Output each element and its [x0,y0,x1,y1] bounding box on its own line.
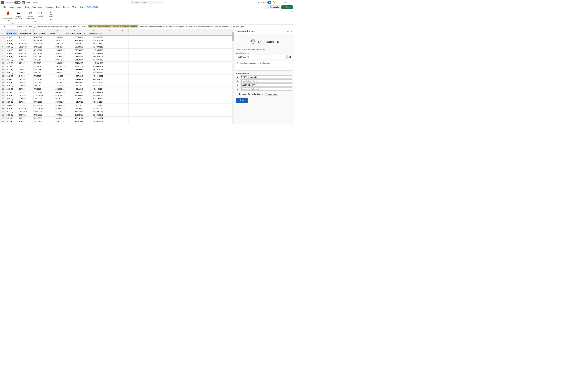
param-icon-4[interactable]: ⧉ [236,87,239,91]
grid-cell[interactable]: 2021-2Q [6,113,18,116]
grid-cell[interactable]: 9/30/2020 [18,107,34,110]
grid-cell[interactable]: 2017-3Q [6,65,18,68]
grid-cell[interactable]: 7/1/2015 [18,39,34,42]
grid-cell[interactable]: 2020-3Q [6,104,18,107]
grid-cell[interactable]: 234396.62 [65,78,84,81]
grid-cell[interactable] [116,58,128,61]
grid-cell[interactable]: 45.84462432 [84,65,104,68]
grid-cell[interactable]: 8333280.44 [49,110,65,113]
grid-cell[interactable]: 12503470.15 [49,58,65,61]
grid-cell[interactable]: 147518.79 [65,120,84,123]
grid-cell[interactable]: 2019-1Q [6,84,18,87]
grid-cell[interactable] [104,65,116,68]
grid-cell[interactable]: 8554170.67 [49,120,65,123]
refresh-function-btn[interactable]: ↺ [288,55,292,59]
grid-cell[interactable]: 6870804.75 [49,107,65,110]
grid-cell[interactable]: 2017-1Q [6,58,18,61]
row-header[interactable]: 7 [0,52,6,55]
panel-close-btn[interactable]: ✕ [290,30,292,33]
grid-cell[interactable]: 2021-4Q [6,120,18,123]
menu-home[interactable]: Home [7,5,15,9]
grid-cell[interactable] [116,52,128,55]
grid-cell[interactable]: 10/3/2018 [18,81,34,84]
menu-file[interactable]: File [1,5,7,9]
grid-cell[interactable]: 9/28/2016 [18,55,34,58]
grid-cell[interactable]: 1/1/2020 [18,97,34,100]
menu-formulas[interactable]: Formulas [44,5,55,9]
grid-cell[interactable]: 221132.3 [65,87,84,90]
param-icon-1[interactable]: ⧉ [236,75,239,79]
grid-cell[interactable]: 48.82109655 [84,97,104,100]
grid-cell[interactable]: 214922.28 [65,91,84,94]
row-header[interactable]: 29 [0,123,6,123]
grid-cell[interactable]: 46.35549729 [84,36,104,39]
grid-cell[interactable]: 211959.13 [65,94,84,97]
grid-cell[interactable] [116,75,128,78]
grid-cell[interactable] [104,39,116,42]
grid-cell[interactable]: 146668.86 [65,110,84,113]
save-button[interactable]: 💾 [22,1,25,4]
param-input-4[interactable] [240,87,292,90]
grid-cell[interactable] [116,78,128,81]
row-header[interactable]: 8 [0,55,6,58]
grid-cell[interactable]: 235720.12 [65,81,84,84]
grid-cell[interactable]: 4/4/2018 [18,75,34,78]
ribbon-expand-btn[interactable]: ∨ [291,10,293,13]
grid-cell[interactable]: 6/30/2020 [34,100,49,104]
grid-cell[interactable] [116,49,128,52]
grid-cell[interactable]: 9393534.39 [49,123,65,123]
grid-cell[interactable]: 6/29/2016 [18,52,34,55]
grid-cell[interactable]: 2017-2Q [6,62,18,65]
grid-cell[interactable]: 261338.62 [65,45,84,48]
grid-cell[interactable]: 2021-1Q [6,110,18,113]
grid-cell[interactable]: 53.7979683 [84,104,104,107]
menu-view[interactable]: View [71,5,78,9]
grid-cell[interactable]: 2015-2Q [6,36,18,39]
grid-cell[interactable]: 11865168.25 [49,65,65,68]
grid-cell[interactable]: 12/29/2015 [34,42,49,45]
row-header[interactable]: 5 [0,45,6,48]
grid-cell[interactable]: 13293643.16 [49,55,65,58]
grid-cell[interactable]: 7/1/2020 [18,104,34,107]
grid-cell[interactable]: 12/28/2021 [34,120,49,123]
grid-cell[interactable]: PeriodStartDate [18,32,34,35]
grid-cell[interactable] [116,91,128,94]
grid-cell[interactable]: 12061204.1 [49,42,65,45]
grid-cell[interactable]: 2016-1Q [6,45,18,48]
grid-cell[interactable]: 7/4/2017 [34,62,49,65]
menu-review[interactable]: Review [62,5,71,9]
row-header[interactable]: 16 [0,81,6,84]
grid-cell[interactable] [116,45,128,48]
grid-cell[interactable] [104,75,116,78]
grid-cell[interactable]: 2022-1Q [6,123,18,123]
function-select[interactable]: Get Panel FQ [236,55,287,59]
grid-cell[interactable]: 48.96580114 [84,94,104,97]
row-header[interactable]: 14 [0,75,6,78]
row-header[interactable]: 18 [0,87,6,90]
grid-cell[interactable]: PeriodLabel [6,32,18,35]
grid-cell[interactable] [116,32,128,35]
grid-cell[interactable] [104,36,116,39]
grid-cell[interactable]: 12014255.76 [49,52,65,55]
grid-cell[interactable]: 3/31/2020 [34,97,49,100]
grid-cell[interactable] [104,87,116,90]
grid-cell[interactable]: 4/3/2019 [18,87,34,90]
grid-cell[interactable]: 6/30/2015 [34,36,49,39]
grid-cell[interactable] [116,84,128,87]
vertical-scrollbar[interactable] [232,29,234,125]
share-button[interactable]: ↗ Share [281,5,293,9]
grid-cell[interactable]: 252238.36 [65,49,84,52]
row-header[interactable]: 2 [0,36,6,39]
grid-cell[interactable]: 10/2/2018 [34,78,49,81]
row-header[interactable]: 12 [0,68,6,71]
grid-cell[interactable]: 145125.6 [65,123,84,123]
grid-cell[interactable]: 47.78270234 [84,81,104,84]
grid-cell[interactable] [104,107,116,110]
grid-cell[interactable]: 2020-1Q [6,97,18,100]
grid-cell[interactable]: 46.34142234 [84,100,104,104]
grid-cell[interactable] [104,55,116,58]
param-input-1[interactable] [240,75,292,79]
row-header[interactable]: 1 [0,32,6,35]
row-header[interactable]: 9 [0,58,6,61]
grid-cell[interactable]: 239552.78 [65,84,84,87]
